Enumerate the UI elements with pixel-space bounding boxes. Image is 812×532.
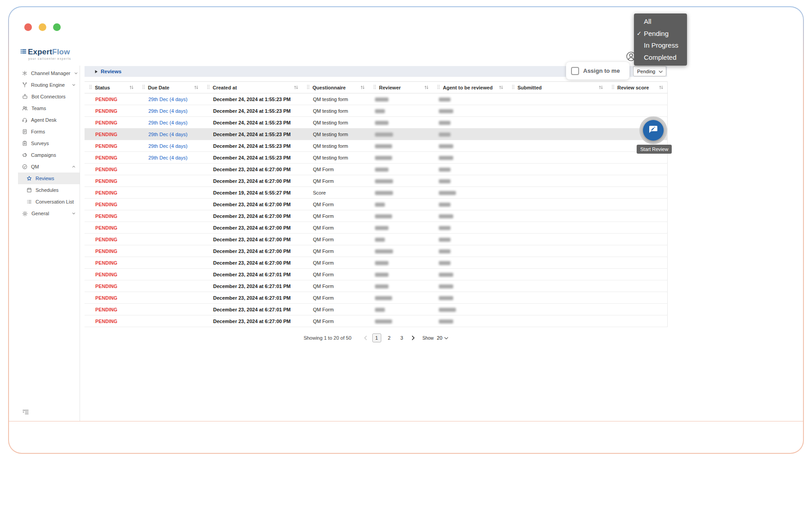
status-filter-value: Pending [637, 69, 655, 74]
table-row[interactable]: PENDINGDecember 23, 2024 at 6:27:00 PMQM… [85, 315, 667, 327]
table-row[interactable]: PENDINGDecember 19, 2024 at 5:55:27 PMSc… [85, 187, 667, 199]
column-header-due-date[interactable]: Due Date [138, 82, 202, 93]
table-row[interactable]: PENDINGDecember 23, 2024 at 6:27:00 PMQM… [85, 210, 667, 222]
table-row[interactable]: PENDING29th Dec (4 days)December 24, 202… [85, 105, 667, 117]
table-row[interactable]: PENDINGDecember 23, 2024 at 6:27:00 PMQM… [85, 199, 667, 210]
questionnaire-cell: QM testing form [302, 117, 369, 129]
sidebar-item-agent-desk[interactable]: Agent Desk [18, 114, 80, 126]
table-row[interactable]: PENDING29th Dec (4 days)December 24, 202… [85, 93, 667, 105]
reviewer-cell [369, 234, 433, 245]
next-page-button[interactable] [410, 336, 417, 340]
table-row[interactable]: PENDINGDecember 23, 2024 at 6:27:00 PMQM… [85, 234, 667, 245]
table-row[interactable]: PENDINGDecember 23, 2024 at 6:27:01 PMQM… [85, 269, 667, 280]
sidebar-item-qm[interactable]: QM [18, 161, 80, 173]
sort-icon[interactable] [598, 85, 603, 90]
drag-handle-icon[interactable] [611, 84, 615, 90]
drag-handle-icon[interactable] [512, 84, 515, 90]
table-row[interactable]: PENDINGDecember 23, 2024 at 6:27:00 PMQM… [85, 257, 667, 269]
sort-icon[interactable] [194, 85, 199, 90]
column-header-created-at[interactable]: Created at [202, 82, 302, 93]
close-window-button[interactable] [24, 23, 32, 31]
page-buttons: 123 [372, 333, 406, 342]
reviewer-cell [369, 140, 433, 152]
sidebar-item-campaigns[interactable]: Campaigns [18, 149, 80, 161]
chevron-down-icon [71, 83, 76, 87]
page-button-1[interactable]: 1 [372, 333, 381, 342]
column-header-status[interactable]: Status [85, 82, 138, 93]
sidebar-item-forms[interactable]: Forms [18, 126, 80, 137]
column-header-questionnaire[interactable]: Questionnaire [302, 82, 369, 93]
drag-handle-icon[interactable] [307, 84, 310, 90]
zoom-window-button[interactable] [53, 23, 61, 31]
drag-handle-icon[interactable] [207, 84, 210, 90]
sidebar-item-surveys[interactable]: Surveys [18, 137, 80, 149]
breadcrumb-label[interactable]: Reviews [101, 69, 121, 74]
filter-option-pending[interactable]: ✓Pending [634, 28, 687, 40]
sidebar-item-label: QM [31, 164, 39, 169]
redacted-text [439, 179, 451, 183]
redacted-text [439, 238, 451, 242]
column-header-submitted[interactable]: Submitted [507, 82, 607, 93]
table-row[interactable]: PENDINGDecember 23, 2024 at 6:27:00 PMQM… [85, 175, 667, 187]
status-cell: PENDING [85, 292, 138, 304]
table-row[interactable]: PENDINGDecember 23, 2024 at 6:27:01 PMQM… [85, 280, 667, 292]
table-row[interactable]: PENDING29th Dec (4 days)December 24, 202… [85, 152, 667, 164]
table-row[interactable]: PENDING29th Dec (4 days)December 24, 202… [85, 117, 667, 129]
agent-desk-icon [22, 117, 27, 123]
table-row[interactable]: PENDINGDecember 23, 2024 at 6:27:00 PMQM… [85, 222, 667, 234]
sidebar-item-conversation-list[interactable]: Conversation List [18, 196, 80, 208]
status-filter-select[interactable]: Pending [633, 66, 666, 76]
chevron-down-icon [74, 71, 78, 75]
sidebar-item-channel-manager[interactable]: Channel Manager [18, 67, 80, 79]
sidebar-item-routing-engine[interactable]: Routing Engine [18, 79, 80, 91]
status-filter-menu: All✓PendingIn ProgressCompleted [634, 13, 687, 66]
submitted-cell [507, 199, 607, 210]
sort-icon[interactable] [499, 85, 504, 90]
status-cell: PENDING [85, 280, 138, 292]
page-button-3[interactable]: 3 [397, 333, 406, 342]
table-row[interactable]: PENDING29th Dec (4 days)December 24, 202… [85, 129, 667, 140]
page-size-select[interactable]: 20 [437, 335, 448, 341]
column-header-agent-to-be-reviewed[interactable]: Agent to be reviewed [433, 82, 507, 93]
sidebar-item-reviews[interactable]: Reviews [18, 173, 80, 184]
sort-icon[interactable] [424, 85, 429, 90]
sidebar-item-bot-connectors[interactable]: Bot Connectors [18, 91, 80, 102]
prev-page-button[interactable] [362, 336, 369, 340]
sort-icon[interactable] [659, 85, 664, 90]
sidebar-item-general[interactable]: General [18, 208, 80, 219]
drag-handle-icon[interactable] [89, 84, 92, 90]
drag-handle-icon[interactable] [437, 84, 440, 90]
column-header-review-score[interactable]: Review score [607, 82, 667, 93]
brand-logo: ExpertFlow your callcenter experts [21, 48, 71, 60]
schedules-icon [27, 187, 32, 193]
agent-cell [433, 199, 507, 210]
general-icon [22, 211, 28, 217]
redacted-text [439, 98, 451, 102]
table-row[interactable]: PENDINGDecember 23, 2024 at 6:27:01 PMQM… [85, 304, 667, 315]
minimize-window-button[interactable] [39, 23, 46, 31]
filter-option-all[interactable]: All [634, 16, 687, 28]
filter-option-completed[interactable]: Completed [634, 52, 687, 64]
drag-handle-icon[interactable] [142, 84, 145, 90]
sort-icon[interactable] [360, 85, 365, 90]
filter-option-in-progress[interactable]: In Progress [634, 40, 687, 52]
sort-icon[interactable] [129, 85, 134, 90]
sidebar-item-label: Campaigns [31, 152, 56, 158]
sidebar-item-schedules[interactable]: Schedules [18, 184, 80, 196]
redacted-text [375, 179, 393, 183]
reviewer-cell [369, 222, 433, 234]
column-header-reviewer[interactable]: Reviewer [369, 82, 433, 93]
redacted-text [375, 261, 388, 265]
sort-icon[interactable] [294, 85, 299, 90]
assign-to-me-checkbox[interactable] [571, 67, 579, 75]
sidebar-collapse-icon[interactable] [22, 408, 29, 417]
table-row[interactable]: PENDINGDecember 23, 2024 at 6:27:00 PMQM… [85, 164, 667, 175]
column-label: Created at [213, 85, 237, 90]
start-review-button[interactable] [643, 120, 664, 141]
page-button-2[interactable]: 2 [385, 333, 394, 342]
table-row[interactable]: PENDINGDecember 23, 2024 at 6:27:01 PMQM… [85, 292, 667, 304]
sidebar-item-teams[interactable]: Teams [18, 102, 80, 114]
table-row[interactable]: PENDINGDecember 23, 2024 at 6:27:00 PMQM… [85, 245, 667, 257]
drag-handle-icon[interactable] [373, 84, 376, 90]
table-row[interactable]: PENDING29th Dec (4 days)December 24, 202… [85, 140, 667, 152]
